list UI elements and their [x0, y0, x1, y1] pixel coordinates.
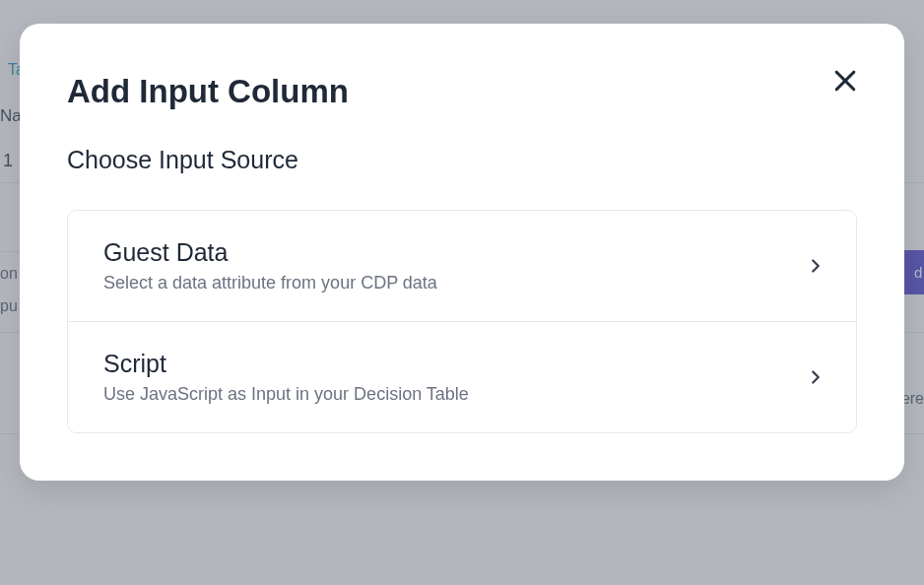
option-guest-data[interactable]: Guest Data Select a data attribute from …	[68, 211, 856, 321]
option-title: Script	[103, 350, 805, 378]
input-source-options: Guest Data Select a data attribute from …	[67, 210, 857, 433]
add-input-column-modal: Add Input Column Choose Input Source Gue…	[20, 24, 904, 481]
option-script[interactable]: Script Use JavaScript as Input in your D…	[68, 321, 856, 432]
modal-title: Add Input Column	[67, 73, 857, 110]
option-title: Guest Data	[103, 238, 805, 267]
option-description: Use JavaScript as Input in your Decision…	[103, 384, 805, 405]
chevron-right-icon	[805, 255, 826, 277]
close-icon	[830, 66, 860, 99]
option-content: Guest Data Select a data attribute from …	[103, 238, 805, 293]
close-button[interactable]	[827, 65, 863, 100]
chevron-right-icon	[805, 366, 826, 388]
option-content: Script Use JavaScript as Input in your D…	[103, 350, 805, 405]
modal-subtitle: Choose Input Source	[67, 146, 857, 174]
option-description: Select a data attribute from your CDP da…	[103, 273, 805, 293]
